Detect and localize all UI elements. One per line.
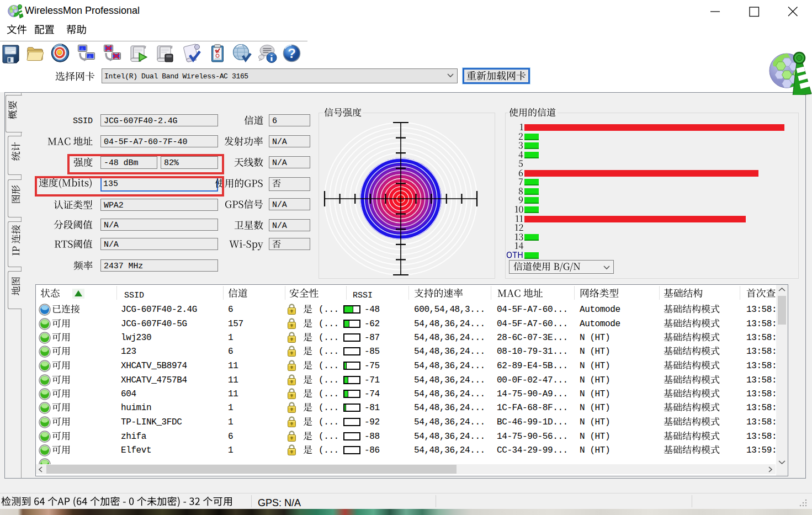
svg-text:?: ?	[288, 46, 296, 61]
